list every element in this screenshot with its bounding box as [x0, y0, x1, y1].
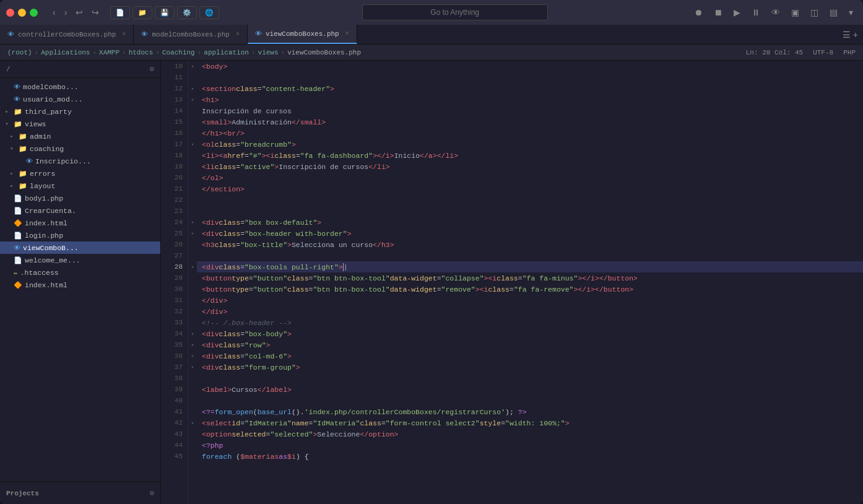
sidebar-label-admin: admin	[30, 133, 51, 141]
play-button[interactable]: ▶	[730, 5, 744, 20]
tab-view-combo-boxes[interactable]: 👁 viewComboBoxes.php ×	[248, 25, 357, 44]
collapse-17[interactable]: ▾	[188, 139, 197, 150]
sidebar-item-coaching[interactable]: ▾ 📁 coaching	[0, 142, 160, 155]
sidebar-item-htaccess[interactable]: ✏ .htaccess	[0, 266, 160, 279]
collapse-42[interactable]: ▾	[188, 417, 197, 428]
collapse-13[interactable]: ▾	[188, 94, 197, 105]
sidebar-item-layout[interactable]: ▸ 📁 layout	[0, 180, 160, 192]
status-bar: Ln: 28 Col: 45 UTF-8 PHP	[746, 49, 856, 56]
code-editor[interactable]: 10 11 12 13 14 15 16 17 18 19 20 21 22 2…	[161, 61, 863, 504]
code-line-13: <h1>	[197, 94, 863, 105]
tab-controller-combo-boxes[interactable]: 👁 controllerComboBoxes.php ×	[0, 25, 134, 44]
code-line-30: <button type="button" class="btn btn-box…	[197, 284, 863, 295]
bc-application[interactable]: application	[204, 49, 249, 56]
maximize-button[interactable]	[30, 9, 38, 17]
tab-close-model[interactable]: ×	[236, 31, 240, 38]
projects-label: Projects	[6, 490, 39, 497]
layout3-button[interactable]: ▤	[826, 5, 841, 20]
collapse-25[interactable]: ▾	[188, 228, 197, 239]
sidebar-item-index1[interactable]: 🔶 index.html	[0, 217, 160, 229]
code-content[interactable]: <body> <section class="content-header"> …	[197, 61, 863, 504]
more-button[interactable]: ▾	[845, 5, 857, 20]
bc-coaching[interactable]: Coaching	[162, 49, 195, 56]
sidebar-item-modelcombo[interactable]: 👁 modelCombo...	[0, 80, 160, 93]
undo-button[interactable]: ↩	[72, 5, 87, 20]
collapse-11	[188, 72, 197, 83]
bc-xampp[interactable]: XAMPP	[99, 49, 119, 56]
open-folder-button[interactable]: 📁	[132, 6, 152, 19]
collapse-35[interactable]: ▾	[188, 339, 197, 350]
sidebar-item-errors[interactable]: ▸ 📁 errors	[0, 167, 160, 180]
sidebar-item-admin[interactable]: ▸ 📁 admin	[0, 130, 160, 142]
sidebar-item-inscripcio[interactable]: 👁 Inscripcio...	[0, 155, 160, 167]
main-window: ‹ › ↩ ↪ 📄 📁 💾 ⚙️ 🌐 ⏺ ⏹ ▶ ⏸ 👁 ▣ ◫ ▤ ▾	[0, 0, 863, 504]
sidebar-item-thirdparty[interactable]: ▸ 📁 third_party	[0, 105, 160, 118]
save-button[interactable]: 💾	[155, 6, 175, 19]
collapse-43	[188, 428, 197, 440]
file-icon-modelcombo: 👁	[14, 83, 20, 91]
tab-close-view[interactable]: ×	[345, 30, 349, 37]
tree-arrow-layout: ▸	[10, 182, 16, 189]
sidebar-label-body1: body1.php	[25, 194, 63, 202]
collapse-34[interactable]: ▾	[188, 328, 197, 339]
bc-views[interactable]: views	[258, 49, 279, 56]
sidebar-label-inscripcio: Inscripcio...	[35, 157, 91, 165]
folder-icon-views: 📁	[14, 120, 22, 128]
file-icon-index1: 🔶	[14, 219, 22, 227]
goto-anything-input[interactable]	[362, 4, 548, 20]
collapse-23	[188, 206, 197, 217]
bc-applications[interactable]: Applications	[41, 49, 90, 56]
code-line-35: <div class="row">	[197, 339, 863, 350]
line-num-25: 25	[161, 228, 188, 239]
bc-file[interactable]: viewComboBoxes.php	[287, 49, 361, 56]
collapse-12[interactable]: ▾	[188, 83, 197, 94]
record-button[interactable]: ⏺	[690, 5, 706, 20]
collapse-10[interactable]: ▾	[188, 61, 197, 72]
sidebar-gear-icon[interactable]: ⚙	[150, 64, 154, 74]
minimize-button[interactable]	[18, 9, 26, 17]
sidebar-item-body1[interactable]: 📄 body1.php	[0, 192, 160, 204]
collapse-28[interactable]: ▾	[188, 261, 197, 272]
collapse-36[interactable]: ▾	[188, 350, 197, 362]
sidebar-label-modelcombo: modelCombo...	[23, 83, 79, 91]
new-file-button[interactable]: 📄	[110, 6, 130, 19]
sidebar-item-login[interactable]: 📄 login.php	[0, 229, 160, 241]
line-num-31: 31	[161, 295, 188, 306]
tab-model-combo-boxes[interactable]: 👁 modelComboBoxes.php ×	[134, 25, 247, 44]
layout1-button[interactable]: ▣	[787, 5, 803, 20]
traffic-lights	[6, 9, 38, 17]
sidebar-item-views[interactable]: ▾ 📁 views	[0, 118, 160, 130]
redo-button[interactable]: ↪	[88, 5, 103, 20]
code-line-25: <div class="box-header with-border">	[197, 228, 863, 239]
stop-button[interactable]: ⏹	[710, 5, 726, 20]
sidebar-label-coaching: coaching	[30, 145, 64, 153]
sidebar-item-welcomeme[interactable]: 📄 welcome_me...	[0, 254, 160, 266]
collapse-24[interactable]: ▾	[188, 217, 197, 228]
collapse-37[interactable]: ▾	[188, 362, 197, 373]
tab-list-button[interactable]: ☰	[843, 30, 851, 40]
sidebar-item-viewcombob[interactable]: 👁 viewComboB...	[0, 241, 160, 254]
code-line-23	[197, 206, 863, 217]
globe-button[interactable]: 🌐	[199, 6, 219, 19]
code-line-14: Inscripción de cursos	[197, 105, 863, 116]
code-line-42: <select id="IdMateria" name="IdMateria" …	[197, 417, 863, 428]
tab-close-controller[interactable]: ×	[122, 31, 126, 38]
layout2-button[interactable]: ◫	[807, 5, 822, 20]
sidebar-item-usuariomod[interactable]: 👁 usuario_mod...	[0, 93, 160, 105]
preview-button[interactable]: 👁	[768, 5, 784, 20]
collapse-45	[188, 451, 197, 462]
sidebar-item-crearcuenta[interactable]: 📄 CrearCuenta.	[0, 204, 160, 217]
bc-root[interactable]: (root)	[7, 49, 32, 56]
code-line-32: </div>	[197, 306, 863, 317]
back-button[interactable]: ‹	[49, 5, 59, 20]
close-button[interactable]	[6, 9, 14, 17]
bc-htdocs[interactable]: htdocs	[129, 49, 154, 56]
settings-button[interactable]: ⚙️	[177, 6, 197, 19]
sidebar-item-index2[interactable]: 🔶 index.html	[0, 279, 160, 291]
line-num-35: 35	[161, 339, 188, 350]
collapse-39	[188, 384, 197, 395]
pause-button[interactable]: ⏸	[748, 5, 764, 20]
new-tab-button[interactable]: +	[853, 30, 858, 40]
projects-gear-icon[interactable]: ⚙	[150, 489, 154, 498]
forward-button[interactable]: ›	[61, 5, 71, 20]
